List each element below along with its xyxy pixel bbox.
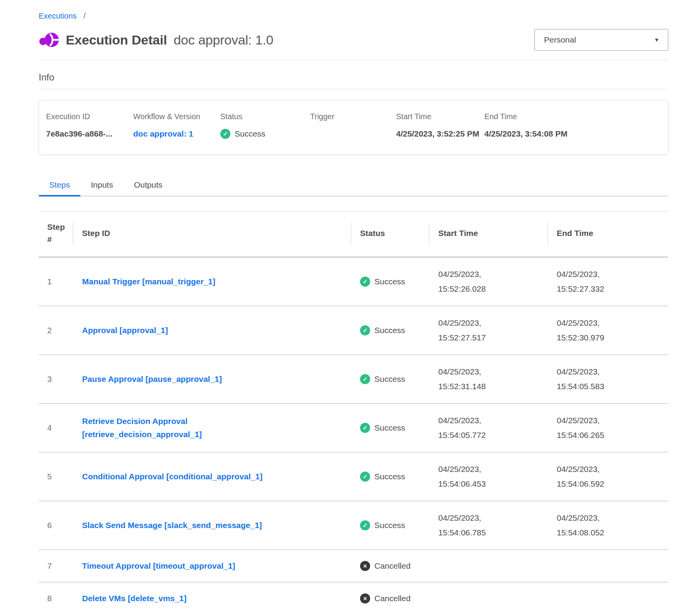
info-divider (39, 89, 668, 89)
step-link[interactable]: Manual Trigger [manual_trigger_1] (82, 275, 215, 288)
step-status: ✓ Success (351, 520, 429, 530)
success-icon: ✓ (360, 472, 370, 482)
page-header: Execution Detail doc approval: 1.0 Perso… (39, 29, 668, 51)
step-link[interactable]: Approval [approval_1] (82, 324, 168, 337)
status-badge: ✓ Success (220, 127, 310, 140)
col-step-num: Step # (39, 221, 73, 246)
step-end-time: 04/25/2023, 15:54:06.592 (547, 462, 668, 491)
step-number: 2 (39, 326, 73, 335)
workspace-dropdown-value: Personal (544, 35, 576, 44)
step-start-time (429, 561, 547, 571)
table-row: 5 Conditional Approval [conditional_appr… (39, 453, 668, 501)
success-icon: ✓ (360, 325, 370, 335)
step-number: 5 (39, 472, 73, 481)
header-divider (39, 60, 668, 60)
chevron-down-icon: ▼ (654, 37, 659, 43)
page-title: Execution Detail (66, 32, 167, 47)
status-text: Success (235, 127, 265, 140)
title-group: Execution Detail doc approval: 1.0 (39, 30, 273, 50)
step-end-time: 04/25/2023, 15:52:27.332 (547, 267, 668, 296)
breadcrumb-executions-link[interactable]: Executions (39, 12, 77, 20)
info-field-status: Status ✓ Success (220, 112, 310, 140)
col-step-id: Step ID (73, 227, 351, 239)
step-link[interactable]: Pause Approval [pause_approval_1] (82, 373, 222, 386)
step-end-time (547, 594, 668, 603)
step-number: 7 (39, 561, 73, 571)
step-end-time: 04/25/2023, 15:54:06.265 (547, 413, 668, 443)
step-status-text: Success (374, 521, 405, 530)
step-number: 1 (39, 277, 73, 286)
cancelled-icon: ✕ (360, 561, 370, 571)
table-row: 4 Retrieve Decision Approval [retrieve_d… (39, 404, 668, 453)
info-field-execution-id: Execution ID 7e8ac396-a868-... (46, 112, 133, 140)
step-status: ✓ Success (351, 325, 429, 335)
workflow-version-link[interactable]: doc approval: 1 (133, 127, 193, 140)
trigger-label: Trigger (310, 112, 396, 121)
success-icon: ✓ (360, 374, 370, 384)
step-link[interactable]: Conditional Approval [conditional_approv… (82, 470, 262, 483)
step-number: 3 (39, 374, 73, 384)
tabs: Steps Inputs Outputs (39, 177, 668, 197)
info-section-title: Info (39, 72, 668, 83)
step-number: 4 (39, 423, 73, 433)
execution-id-value: 7e8ac396-a868-... (46, 127, 133, 140)
step-status-text: Cancelled (374, 561, 410, 571)
step-status: ✕ Cancelled (351, 593, 429, 603)
tab-inputs[interactable]: Inputs (81, 177, 124, 196)
step-end-time (547, 561, 668, 571)
col-start-time: Start Time (429, 227, 547, 239)
info-card: Execution ID 7e8ac396-a868-... Workflow … (39, 100, 668, 155)
tab-steps[interactable]: Steps (39, 177, 81, 196)
steps-table-body: 1 Manual Trigger [manual_trigger_1] ✓ Su… (39, 258, 668, 612)
end-time-value: 4/25/2023, 3:54:08 PM (484, 127, 575, 140)
step-number: 8 (39, 594, 73, 603)
step-link[interactable]: Delete VMs [delete_vms_1] (82, 592, 187, 605)
workflow-name-version: doc approval: 1.0 (174, 32, 273, 47)
step-status-text: Success (374, 326, 405, 335)
table-row: 2 Approval [approval_1] ✓ Success 04/25/… (39, 306, 668, 355)
execution-detail-page: Executions / Execution Detail doc approv… (0, 0, 668, 612)
col-end-time: End Time (547, 227, 668, 239)
table-row: 6 Slack Send Message [slack_send_message… (39, 501, 668, 550)
info-field-workflow-version: Workflow & Version doc approval: 1 (133, 112, 220, 140)
status-label: Status (220, 112, 310, 121)
col-status: Status (351, 227, 429, 239)
step-link[interactable]: Retrieve Decision Approval [retrieve_dec… (82, 415, 283, 441)
workspace-dropdown[interactable]: Personal ▼ (534, 29, 668, 51)
info-field-trigger: Trigger (310, 112, 396, 140)
steps-table: Step # Step ID Status Start Time End Tim… (39, 211, 668, 612)
start-time-label: Start Time (396, 112, 484, 121)
table-row: 7 Timeout Approval [timeout_approval_1] … (39, 550, 668, 583)
step-status-text: Cancelled (374, 594, 410, 603)
workflow-logo-icon (39, 30, 60, 50)
step-start-time: 04/25/2023, 15:52:27.517 (429, 316, 547, 345)
cancelled-icon: ✕ (360, 593, 370, 603)
end-time-label: End Time (484, 112, 668, 121)
success-icon: ✓ (220, 129, 230, 139)
step-end-time: 04/25/2023, 15:54:08.052 (547, 511, 668, 540)
tab-outputs[interactable]: Outputs (124, 177, 173, 196)
step-link[interactable]: Slack Send Message [slack_send_message_1… (82, 519, 262, 532)
table-row: 1 Manual Trigger [manual_trigger_1] ✓ Su… (39, 258, 668, 306)
step-start-time: 04/25/2023, 15:52:26.028 (429, 267, 547, 296)
step-status: ✓ Success (351, 423, 429, 433)
step-status-text: Success (374, 277, 405, 286)
step-end-time: 04/25/2023, 15:54:05.583 (547, 364, 668, 394)
step-link[interactable]: Timeout Approval [timeout_approval_1] (82, 559, 235, 573)
execution-id-label: Execution ID (46, 112, 133, 121)
success-icon: ✓ (360, 520, 370, 530)
step-status-text: Success (374, 423, 405, 433)
info-field-end-time: End Time 4/25/2023, 3:54:08 PM (484, 112, 668, 140)
step-start-time: 04/25/2023, 15:52:31.148 (429, 364, 547, 394)
step-status: ✕ Cancelled (351, 561, 429, 571)
step-status: ✓ Success (351, 374, 429, 384)
breadcrumb-separator: / (83, 12, 86, 20)
step-start-time: 04/25/2023, 15:54:06.453 (429, 462, 547, 491)
step-status-text: Success (374, 374, 405, 384)
step-start-time (429, 594, 547, 603)
step-status: ✓ Success (351, 472, 429, 482)
success-icon: ✓ (360, 277, 370, 287)
step-status-text: Success (374, 472, 405, 481)
steps-table-header: Step # Step ID Status Start Time End Tim… (39, 211, 668, 258)
success-icon: ✓ (360, 423, 370, 433)
